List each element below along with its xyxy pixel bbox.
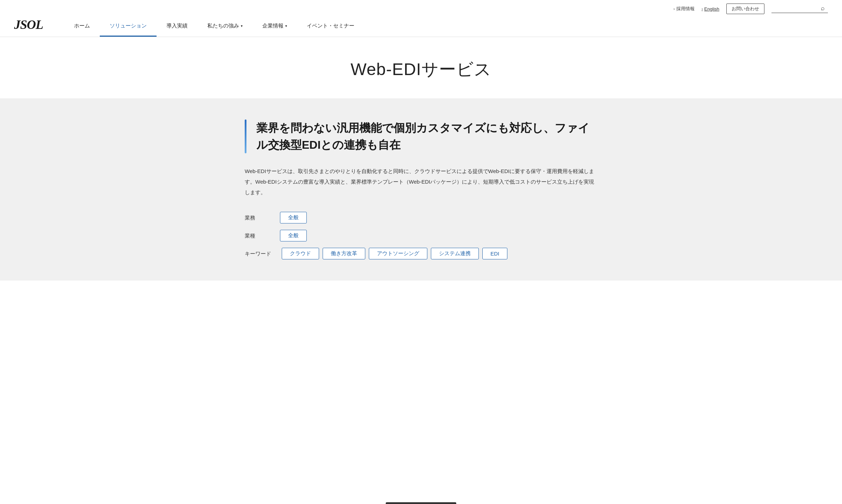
strengths-chevron: ▾ (241, 24, 243, 28)
filter-tag-gyoshu-0[interactable]: 全般 (280, 230, 307, 241)
nav-item-cases[interactable]: 導入実績 (157, 16, 197, 37)
filter-tag-outsourcing[interactable]: アウトソーシング (369, 248, 427, 259)
recruitment-label: 採用情報 (676, 6, 695, 12)
page-title: Web-EDIサービス (14, 58, 828, 81)
contact-button[interactable]: お問い合わせ (726, 4, 764, 14)
english-arrow: › (702, 7, 703, 11)
english-link[interactable]: › English (702, 6, 719, 12)
lead-block: 業界を問わない汎用機能で個別カスタマイズにも対応し、ファイル交換型EDIとの連携… (245, 119, 597, 153)
header-top-bar: › 採用情報 › English お問い合わせ ⌕ (0, 0, 842, 16)
filter-tag-integration[interactable]: システム連携 (431, 248, 479, 259)
search-icon[interactable]: ⌕ (821, 5, 825, 12)
filter-label-keyword: キーワード (245, 248, 271, 257)
nav-item-solutions[interactable]: ソリューション (100, 16, 157, 37)
filter-tag-gyomu-0[interactable]: 全般 (280, 212, 307, 223)
page-title-section: Web-EDIサービス (0, 37, 842, 98)
content-inner: 業界を問わない汎用機能で個別カスタマイズにも対応し、ファイル交換型EDIとの連携… (245, 119, 597, 259)
blue-accent-bar (245, 119, 246, 153)
header-main: JSOL ホーム ソリューション 導入実績 私たちの強み ▾ 企業情報 ▾ イベ… (0, 16, 842, 37)
site-header: › 採用情報 › English お問い合わせ ⌕ JSOL ホーム ソリューシ… (0, 0, 842, 37)
filter-tag-cloud[interactable]: クラウド (282, 248, 319, 259)
filter-tags-keyword: クラウド 働き方改革 アウトソーシング システム連携 EDI (282, 248, 507, 259)
top-links: › 採用情報 › English (673, 6, 719, 12)
filter-label-gyomu: 業務 (245, 212, 269, 221)
filter-section: 業務 全般 業種 全般 キーワード クラウド 働き方改革 アウトソーシング (245, 212, 597, 259)
lead-heading: 業界を問わない汎用機能で個別カスタマイズにも対応し、ファイル交換型EDIとの連携… (256, 119, 597, 153)
site-logo[interactable]: JSOL (14, 17, 43, 36)
filter-tag-edi[interactable]: EDI (482, 248, 507, 259)
filter-label-gyoshu: 業種 (245, 230, 269, 239)
filter-tag-workstyle[interactable]: 働き方改革 (323, 248, 365, 259)
main-nav: ホーム ソリューション 導入実績 私たちの強み ▾ 企業情報 ▾ イベント・セミ… (64, 16, 828, 37)
filter-tags-gyomu: 全般 (280, 212, 307, 223)
recruitment-link[interactable]: › 採用情報 (673, 6, 695, 12)
english-label: English (704, 6, 719, 12)
search-input[interactable] (771, 6, 821, 11)
description-text: Web-EDIサービスは、取引先さまとのやりとりを自動化すると同時に、クラウドサ… (245, 166, 597, 198)
nav-item-events[interactable]: イベント・セミナー (297, 16, 364, 37)
recruitment-arrow: › (673, 7, 675, 11)
nav-item-company[interactable]: 企業情報 ▾ (252, 16, 297, 37)
nav-item-home[interactable]: ホーム (64, 16, 100, 37)
filter-row-gyoshu: 業種 全般 (245, 230, 597, 241)
content-section: 業界を問わない汎用機能で個別カスタマイズにも対応し、ファイル交換型EDIとの連携… (0, 98, 842, 281)
search-area: ⌕ (771, 5, 828, 13)
filter-row-gyomu: 業務 全般 (245, 212, 597, 223)
filter-tags-gyoshu: 全般 (280, 230, 307, 241)
nav-item-strengths[interactable]: 私たちの強み ▾ (197, 16, 252, 37)
company-chevron: ▾ (285, 24, 287, 28)
filter-row-keyword: キーワード クラウド 働き方改革 アウトソーシング システム連携 EDI (245, 248, 597, 259)
